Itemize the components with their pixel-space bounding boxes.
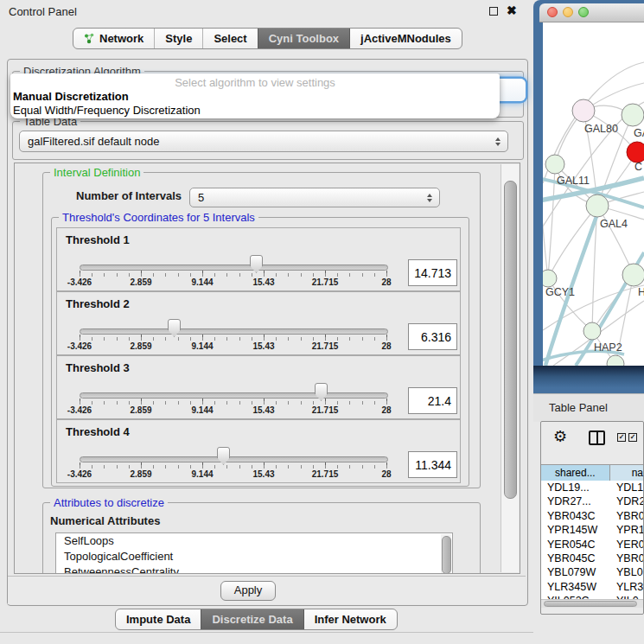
tab-infer-network[interactable]: Infer Network bbox=[303, 609, 397, 629]
cell: YER0 bbox=[612, 538, 643, 552]
tab-jactivemnodules-label: jActiveMNodules bbox=[360, 32, 451, 45]
cell: YLR345W bbox=[541, 580, 612, 594]
cell: YBR0 bbox=[612, 509, 643, 523]
table-row[interactable]: YLR345W YLR3 bbox=[541, 580, 643, 594]
axis-tick-label: -3.426 bbox=[54, 341, 105, 351]
table-horizontal-scrollbar[interactable] bbox=[541, 599, 643, 608]
column-header-name[interactable]: na bbox=[610, 465, 643, 481]
close-traffic-light-icon[interactable] bbox=[547, 7, 558, 17]
gear-icon[interactable]: ⚙ bbox=[553, 428, 567, 445]
table-row[interactable]: YBL079W YBL0 bbox=[541, 565, 643, 579]
zoom-traffic-light-icon[interactable] bbox=[578, 7, 589, 17]
network-window-titlebar[interactable] bbox=[539, 3, 644, 22]
tab-style-label: Style bbox=[165, 32, 192, 45]
cell: YDR2 bbox=[612, 494, 643, 508]
tab-style[interactable]: Style bbox=[154, 29, 202, 48]
axis-tick-label: 2.859 bbox=[115, 469, 167, 479]
threshold-2-value-field[interactable]: 6.316 bbox=[408, 323, 457, 350]
node-label-gcy1: GCY1 bbox=[545, 286, 575, 298]
threshold-3-slider-track[interactable] bbox=[80, 392, 388, 399]
table-row[interactable]: YPR145W YPR1 bbox=[541, 523, 643, 537]
node-label-gal11: GAL11 bbox=[557, 175, 590, 187]
table-row[interactable]: YER054C YER0 bbox=[541, 538, 643, 552]
minimize-traffic-light-icon[interactable] bbox=[563, 7, 573, 17]
threshold-2-slider-track[interactable] bbox=[80, 328, 388, 335]
algorithm-option-manual[interactable]: Manual Discretization bbox=[10, 90, 500, 104]
cell: YLR3 bbox=[612, 580, 643, 594]
float-window-icon[interactable] bbox=[489, 7, 498, 16]
tab-cyni-toolbox[interactable]: Cyni Toolbox bbox=[258, 29, 349, 48]
checkbox-icon[interactable]: ✓ bbox=[617, 433, 626, 442]
tab-select[interactable]: Select bbox=[202, 29, 257, 48]
settings-scrollbar[interactable] bbox=[501, 164, 519, 572]
table-horizontal-scrollbar-thumb[interactable] bbox=[544, 601, 637, 607]
cell: YDL1 bbox=[612, 481, 643, 494]
node-selected-red[interactable] bbox=[627, 142, 644, 163]
control-panel-titlebar: Control Panel bbox=[0, 0, 533, 22]
network-canvas[interactable]: GAL80 GA C GAL11 GAL4 GCY1 H HAP2 bbox=[543, 22, 644, 366]
checkbox-icon[interactable]: ✓ bbox=[628, 433, 637, 442]
tab-network[interactable]: Network bbox=[73, 29, 154, 48]
tab-discretize-data[interactable]: Discretize Data bbox=[201, 609, 303, 629]
axis-tick-label: 28 bbox=[360, 341, 412, 351]
axis-tick-label: 21.715 bbox=[299, 277, 351, 287]
node-gal11[interactable] bbox=[545, 155, 564, 174]
table-row[interactable]: YBR045C YBR0 bbox=[541, 552, 643, 565]
threshold-4-slider-track[interactable] bbox=[80, 456, 388, 462]
threshold-4-panel: Threshold 4 -3.426 2.859 9.144 15.43 21.… bbox=[56, 419, 461, 483]
control-panel-tabbar: Network Style Select Cyni Toolbox jActiv… bbox=[73, 28, 462, 49]
tab-impute-data[interactable]: Impute Data bbox=[116, 609, 201, 629]
threshold-1-slider-track[interactable] bbox=[80, 265, 388, 271]
tab-impute-data-label: Impute Data bbox=[126, 613, 190, 626]
list-item[interactable]: SelfLoops bbox=[56, 533, 452, 549]
tab-infer-network-label: Infer Network bbox=[315, 613, 386, 626]
network-icon bbox=[84, 33, 95, 44]
attributes-group-title: Attributes to discretize bbox=[50, 496, 168, 509]
settings-scrollbar-thumb[interactable] bbox=[504, 181, 517, 499]
threshold-2-panel: Threshold 2 -3.426 2.859 9.144 15.43 21.… bbox=[56, 291, 461, 355]
close-icon[interactable]: ✖ bbox=[507, 3, 517, 17]
list-item[interactable]: BetweennessCentrality bbox=[56, 564, 452, 574]
attributes-group: Attributes to discretize Numerical Attri… bbox=[42, 502, 481, 574]
list-scrollbar[interactable] bbox=[441, 534, 451, 574]
node[interactable] bbox=[622, 104, 644, 126]
table-row[interactable]: YBR043C YBR0 bbox=[541, 509, 643, 523]
apply-button[interactable]: Apply bbox=[220, 581, 276, 601]
node-label-gal4: GAL4 bbox=[600, 218, 628, 230]
table-panel-title: Table Panel bbox=[549, 401, 608, 414]
node[interactable] bbox=[607, 355, 624, 366]
axis-tick-label: 15.43 bbox=[238, 405, 290, 415]
node-hap2[interactable] bbox=[583, 322, 601, 340]
threshold-3-value-field[interactable]: 21.4 bbox=[408, 387, 457, 414]
algorithm-dropdown-popup: Select algorithm to view settings Manual… bbox=[10, 73, 500, 118]
algorithm-option-equal-width[interactable]: Equal Width/Frequency Discretization bbox=[10, 104, 500, 118]
slider-minor-ticks bbox=[80, 401, 388, 405]
axis-tick-label: 9.144 bbox=[176, 469, 228, 479]
cell: YDR27... bbox=[541, 494, 612, 508]
node-gcy1[interactable] bbox=[543, 270, 557, 287]
node[interactable] bbox=[622, 264, 644, 286]
threshold-1-value-field[interactable]: 14.713 bbox=[408, 259, 457, 286]
table-row[interactable]: YDR27... YDR2 bbox=[541, 494, 643, 508]
axis-tick-label: 2.859 bbox=[115, 277, 167, 287]
cell: YDL19... bbox=[541, 481, 612, 494]
threshold-3-panel: Threshold 3 -3.426 2.859 9.144 15.43 21.… bbox=[56, 355, 461, 419]
node-label-hap2: HAP2 bbox=[594, 341, 622, 354]
tab-jactivemnodules[interactable]: jActiveMNodules bbox=[349, 29, 462, 48]
screen: Control Panel ✖ Network Style Select bbox=[0, 0, 644, 644]
node-gal80[interactable] bbox=[572, 99, 595, 122]
threshold-3-label: Threshold 3 bbox=[66, 361, 130, 374]
table-data-combobox-value: galFiltered.sif default node bbox=[28, 135, 159, 148]
table-row[interactable]: YDL19... YDL1 bbox=[541, 481, 643, 494]
table-data-combobox[interactable]: galFiltered.sif default node bbox=[19, 131, 508, 152]
node-label-partial: C bbox=[634, 161, 642, 173]
node-gal4[interactable] bbox=[586, 194, 609, 217]
threshold-4-value-field[interactable]: 11.344 bbox=[408, 451, 457, 478]
split-columns-icon[interactable] bbox=[589, 430, 605, 445]
list-item[interactable]: TopologicalCoefficient bbox=[56, 549, 452, 564]
combo-arrows-icon bbox=[495, 137, 501, 146]
number-of-intervals-combobox[interactable]: 5 bbox=[189, 188, 440, 207]
window-title: Control Panel bbox=[9, 5, 77, 18]
column-header-shared-name[interactable]: shared... bbox=[541, 465, 610, 481]
algorithm-popup-hint: Select algorithm to view settings bbox=[10, 75, 500, 90]
